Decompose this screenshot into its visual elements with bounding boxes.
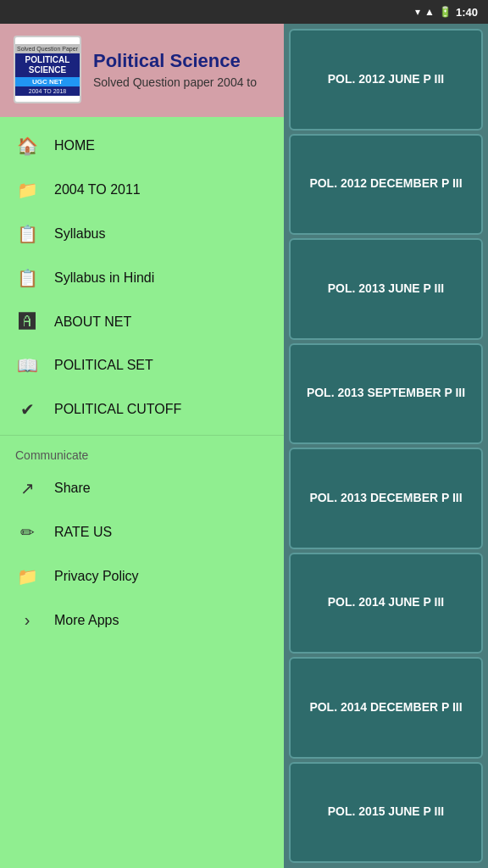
app-logo: Solved Question Paper POLITICALSCIENCE U…: [14, 36, 81, 103]
card-pol-2012-june[interactable]: POL. 2012 JUNE P III: [289, 29, 483, 131]
menu-item-home[interactable]: 🏠 HOME: [0, 124, 284, 168]
share-icon: ↗: [15, 478, 39, 498]
menu-item-political-cutoff[interactable]: ✔ POLITICAL CUTOFF: [0, 387, 284, 431]
rate-us-label: RATE US: [54, 525, 112, 540]
share-label: Share: [54, 481, 91, 496]
card-text-pol-2012-june: POL. 2012 JUNE P III: [323, 66, 449, 93]
more-apps-icon: ›: [15, 610, 39, 630]
status-time: 1:40: [456, 6, 478, 19]
app-subtitle: Solved Question paper 2004 to: [93, 75, 257, 89]
menu-item-about-net[interactable]: 🅰 ABOUT NET: [0, 300, 284, 343]
logo-top-label: Solved Question Paper: [15, 44, 80, 53]
communicate-label: Communicate: [0, 439, 284, 466]
menu-item-2004-to-2011[interactable]: 📁 2004 TO 2011: [0, 168, 284, 212]
card-pol-2014-june[interactable]: POL. 2014 JUNE P III: [289, 553, 483, 654]
card-pol-2013-june[interactable]: POL. 2013 JUNE P III: [289, 238, 483, 340]
about-net-icon: 🅰: [15, 312, 39, 331]
card-text-pol-2012-dec: POL. 2012 DECEMBER P III: [304, 170, 467, 198]
rate-us-icon: ✏: [15, 522, 39, 542]
privacy-policy-label: Privacy Policy: [54, 569, 139, 584]
app-title: Political Science: [93, 50, 257, 72]
political-set-label: POLITICAL SET: [54, 358, 153, 373]
home-label: HOME: [54, 138, 95, 153]
card-pol-2013-sep[interactable]: POL. 2013 SEPTEMBER P III: [289, 343, 483, 445]
content-list: POL. 2012 JUNE P IIIPOL. 2012 DECEMBER P…: [284, 24, 488, 868]
syllabus-hindi-label: Syllabus in Hindi: [54, 270, 154, 286]
card-pol-2013-dec[interactable]: POL. 2013 DECEMBER P III: [289, 448, 483, 549]
card-text-pol-2013-june: POL. 2013 JUNE P III: [323, 275, 449, 303]
menu-item-syllabus[interactable]: 📋 Syllabus: [0, 212, 284, 256]
status-bar: ▾ ▲ 🔋 1:40: [0, 0, 488, 24]
menu-item-privacy-policy[interactable]: 📁 Privacy Policy: [0, 554, 284, 598]
wifi-icon: ▾: [415, 6, 420, 18]
menu-item-syllabus-hindi[interactable]: 📋 Syllabus in Hindi: [0, 256, 284, 300]
logo-title: POLITICALSCIENCE: [15, 53, 80, 77]
syllabus-label: Syllabus: [54, 226, 105, 242]
menu-item-political-set[interactable]: 📖 POLITICAL SET: [0, 343, 284, 387]
battery-icon: 🔋: [439, 6, 452, 18]
drawer-header: Solved Question Paper POLITICALSCIENCE U…: [0, 24, 284, 117]
menu-item-share[interactable]: ↗ Share: [0, 466, 284, 510]
card-text-pol-2013-sep: POL. 2013 SEPTEMBER P III: [302, 380, 470, 407]
drawer-title-area: Political Science Solved Question paper …: [93, 50, 257, 89]
syllabus-hindi-icon: 📋: [15, 268, 39, 288]
more-apps-label: More Apps: [54, 613, 119, 628]
syllabus-icon: 📋: [15, 224, 39, 244]
card-pol-2014-dec[interactable]: POL. 2014 DECEMBER P III: [289, 657, 483, 759]
political-set-icon: 📖: [15, 355, 39, 376]
card-text-pol-2014-dec: POL. 2014 DECEMBER P III: [304, 694, 467, 721]
menu-item-rate-us[interactable]: ✏ RATE US: [0, 510, 284, 554]
menu-items-container: 🏠 HOME 📁 2004 TO 2011 📋 Syllabus 📋 Sylla…: [0, 117, 284, 868]
privacy-policy-icon: 📁: [15, 566, 39, 587]
card-text-pol-2014-june: POL. 2014 JUNE P III: [323, 589, 449, 616]
about-net-label: ABOUT NET: [54, 314, 131, 330]
political-cutoff-label: POLITICAL CUTOFF: [54, 402, 181, 417]
menu-item-more-apps[interactable]: › More Apps: [0, 598, 284, 642]
logo-year: 2004 TO 2018: [15, 86, 80, 96]
card-text-pol-2013-dec: POL. 2013 DECEMBER P III: [304, 485, 467, 512]
navigation-drawer: Solved Question Paper POLITICALSCIENCE U…: [0, 24, 284, 868]
card-pol-2015-june[interactable]: POL. 2015 JUNE P III: [289, 762, 483, 864]
logo-subject: UGC NET: [15, 77, 80, 86]
card-text-pol-2015-june: POL. 2015 JUNE P III: [323, 798, 449, 826]
card-pol-2012-dec[interactable]: POL. 2012 DECEMBER P III: [289, 134, 483, 236]
2004-to-2011-label: 2004 TO 2011: [54, 182, 141, 198]
2004-to-2011-icon: 📁: [15, 180, 39, 200]
signal-icon: ▲: [424, 6, 435, 18]
political-cutoff-icon: ✔: [15, 399, 39, 420]
home-icon: 🏠: [15, 136, 39, 156]
